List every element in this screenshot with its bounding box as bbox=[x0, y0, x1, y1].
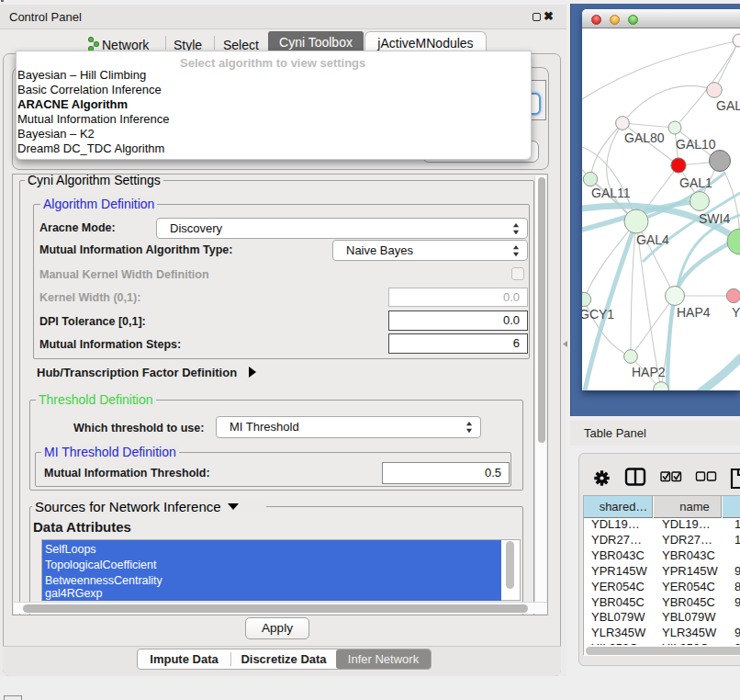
svg-text:GAL: GAL bbox=[716, 98, 740, 113]
svg-text:GAL4: GAL4 bbox=[636, 232, 669, 247]
svg-text:GAL80: GAL80 bbox=[624, 130, 665, 145]
svg-text:GAL10: GAL10 bbox=[676, 137, 716, 152]
svg-text:SWI4: SWI4 bbox=[699, 211, 730, 226]
svg-text:HAP4: HAP4 bbox=[677, 305, 711, 320]
svg-text:GAL11: GAL11 bbox=[591, 186, 631, 200]
svg-text:HAP2: HAP2 bbox=[632, 365, 666, 379]
svg-text:GAL1: GAL1 bbox=[679, 175, 712, 190]
svg-text:Y: Y bbox=[732, 305, 740, 320]
svg-text:GCY1: GCY1 bbox=[582, 307, 614, 322]
